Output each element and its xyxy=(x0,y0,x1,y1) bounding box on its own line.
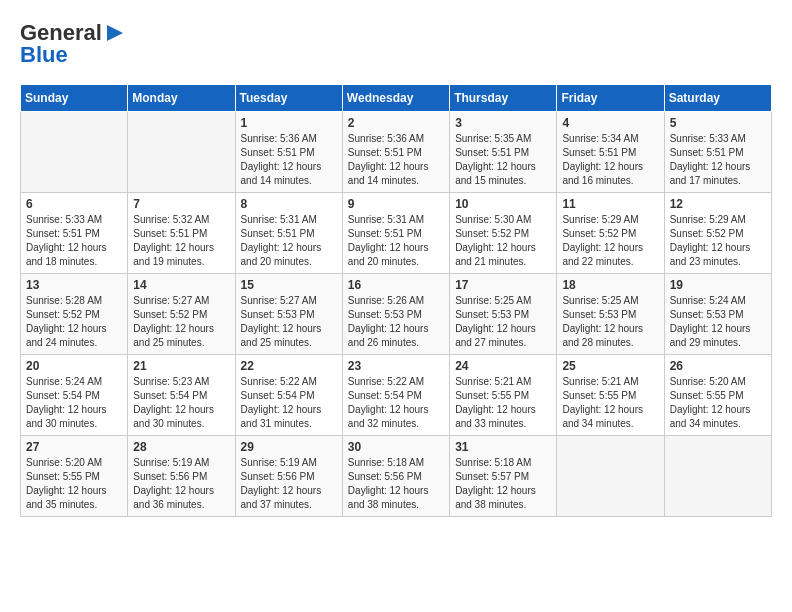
calendar-cell: 25Sunrise: 5:21 AM Sunset: 5:55 PM Dayli… xyxy=(557,355,664,436)
day-info: Sunrise: 5:30 AM Sunset: 5:52 PM Dayligh… xyxy=(455,213,551,269)
calendar-cell: 31Sunrise: 5:18 AM Sunset: 5:57 PM Dayli… xyxy=(450,436,557,517)
calendar-cell: 6Sunrise: 5:33 AM Sunset: 5:51 PM Daylig… xyxy=(21,193,128,274)
day-info: Sunrise: 5:34 AM Sunset: 5:51 PM Dayligh… xyxy=(562,132,658,188)
weekday-header: Friday xyxy=(557,85,664,112)
calendar-cell xyxy=(21,112,128,193)
day-info: Sunrise: 5:31 AM Sunset: 5:51 PM Dayligh… xyxy=(348,213,444,269)
day-info: Sunrise: 5:25 AM Sunset: 5:53 PM Dayligh… xyxy=(562,294,658,350)
day-number: 30 xyxy=(348,440,444,454)
svg-marker-0 xyxy=(107,25,123,41)
day-info: Sunrise: 5:22 AM Sunset: 5:54 PM Dayligh… xyxy=(241,375,337,431)
calendar-cell xyxy=(664,436,771,517)
calendar-cell: 3Sunrise: 5:35 AM Sunset: 5:51 PM Daylig… xyxy=(450,112,557,193)
calendar-cell: 12Sunrise: 5:29 AM Sunset: 5:52 PM Dayli… xyxy=(664,193,771,274)
day-info: Sunrise: 5:24 AM Sunset: 5:54 PM Dayligh… xyxy=(26,375,122,431)
calendar-header: SundayMondayTuesdayWednesdayThursdayFrid… xyxy=(21,85,772,112)
calendar-cell: 17Sunrise: 5:25 AM Sunset: 5:53 PM Dayli… xyxy=(450,274,557,355)
day-number: 2 xyxy=(348,116,444,130)
day-number: 12 xyxy=(670,197,766,211)
day-info: Sunrise: 5:25 AM Sunset: 5:53 PM Dayligh… xyxy=(455,294,551,350)
day-number: 15 xyxy=(241,278,337,292)
calendar-cell: 13Sunrise: 5:28 AM Sunset: 5:52 PM Dayli… xyxy=(21,274,128,355)
logo: General Blue xyxy=(20,20,126,68)
day-number: 28 xyxy=(133,440,229,454)
day-number: 21 xyxy=(133,359,229,373)
calendar-cell: 4Sunrise: 5:34 AM Sunset: 5:51 PM Daylig… xyxy=(557,112,664,193)
day-number: 16 xyxy=(348,278,444,292)
day-info: Sunrise: 5:21 AM Sunset: 5:55 PM Dayligh… xyxy=(455,375,551,431)
weekday-header: Thursday xyxy=(450,85,557,112)
weekday-header: Saturday xyxy=(664,85,771,112)
day-number: 24 xyxy=(455,359,551,373)
calendar-cell: 24Sunrise: 5:21 AM Sunset: 5:55 PM Dayli… xyxy=(450,355,557,436)
calendar-table: SundayMondayTuesdayWednesdayThursdayFrid… xyxy=(20,84,772,517)
day-number: 27 xyxy=(26,440,122,454)
day-number: 6 xyxy=(26,197,122,211)
day-info: Sunrise: 5:31 AM Sunset: 5:51 PM Dayligh… xyxy=(241,213,337,269)
day-number: 4 xyxy=(562,116,658,130)
day-number: 9 xyxy=(348,197,444,211)
calendar-cell xyxy=(557,436,664,517)
day-info: Sunrise: 5:22 AM Sunset: 5:54 PM Dayligh… xyxy=(348,375,444,431)
calendar-cell: 9Sunrise: 5:31 AM Sunset: 5:51 PM Daylig… xyxy=(342,193,449,274)
calendar-cell: 1Sunrise: 5:36 AM Sunset: 5:51 PM Daylig… xyxy=(235,112,342,193)
day-number: 29 xyxy=(241,440,337,454)
logo-flag-icon xyxy=(103,24,125,42)
day-number: 8 xyxy=(241,197,337,211)
calendar-cell: 18Sunrise: 5:25 AM Sunset: 5:53 PM Dayli… xyxy=(557,274,664,355)
calendar-week-row: 13Sunrise: 5:28 AM Sunset: 5:52 PM Dayli… xyxy=(21,274,772,355)
calendar-cell: 2Sunrise: 5:36 AM Sunset: 5:51 PM Daylig… xyxy=(342,112,449,193)
day-number: 14 xyxy=(133,278,229,292)
day-number: 10 xyxy=(455,197,551,211)
day-info: Sunrise: 5:20 AM Sunset: 5:55 PM Dayligh… xyxy=(26,456,122,512)
day-number: 23 xyxy=(348,359,444,373)
day-number: 13 xyxy=(26,278,122,292)
day-info: Sunrise: 5:19 AM Sunset: 5:56 PM Dayligh… xyxy=(241,456,337,512)
day-info: Sunrise: 5:23 AM Sunset: 5:54 PM Dayligh… xyxy=(133,375,229,431)
day-info: Sunrise: 5:29 AM Sunset: 5:52 PM Dayligh… xyxy=(562,213,658,269)
day-info: Sunrise: 5:36 AM Sunset: 5:51 PM Dayligh… xyxy=(241,132,337,188)
calendar-cell: 28Sunrise: 5:19 AM Sunset: 5:56 PM Dayli… xyxy=(128,436,235,517)
page-header: General Blue xyxy=(20,20,772,68)
calendar-cell: 26Sunrise: 5:20 AM Sunset: 5:55 PM Dayli… xyxy=(664,355,771,436)
day-number: 20 xyxy=(26,359,122,373)
day-number: 11 xyxy=(562,197,658,211)
day-info: Sunrise: 5:26 AM Sunset: 5:53 PM Dayligh… xyxy=(348,294,444,350)
calendar-cell: 22Sunrise: 5:22 AM Sunset: 5:54 PM Dayli… xyxy=(235,355,342,436)
calendar-cell: 5Sunrise: 5:33 AM Sunset: 5:51 PM Daylig… xyxy=(664,112,771,193)
day-number: 25 xyxy=(562,359,658,373)
day-info: Sunrise: 5:28 AM Sunset: 5:52 PM Dayligh… xyxy=(26,294,122,350)
day-number: 17 xyxy=(455,278,551,292)
weekday-header: Sunday xyxy=(21,85,128,112)
day-info: Sunrise: 5:24 AM Sunset: 5:53 PM Dayligh… xyxy=(670,294,766,350)
calendar-cell: 30Sunrise: 5:18 AM Sunset: 5:56 PM Dayli… xyxy=(342,436,449,517)
weekday-header: Wednesday xyxy=(342,85,449,112)
day-info: Sunrise: 5:35 AM Sunset: 5:51 PM Dayligh… xyxy=(455,132,551,188)
calendar-cell: 16Sunrise: 5:26 AM Sunset: 5:53 PM Dayli… xyxy=(342,274,449,355)
day-info: Sunrise: 5:18 AM Sunset: 5:57 PM Dayligh… xyxy=(455,456,551,512)
day-number: 26 xyxy=(670,359,766,373)
day-number: 18 xyxy=(562,278,658,292)
day-info: Sunrise: 5:27 AM Sunset: 5:53 PM Dayligh… xyxy=(241,294,337,350)
day-info: Sunrise: 5:33 AM Sunset: 5:51 PM Dayligh… xyxy=(26,213,122,269)
day-info: Sunrise: 5:19 AM Sunset: 5:56 PM Dayligh… xyxy=(133,456,229,512)
day-number: 7 xyxy=(133,197,229,211)
calendar-cell: 20Sunrise: 5:24 AM Sunset: 5:54 PM Dayli… xyxy=(21,355,128,436)
day-info: Sunrise: 5:29 AM Sunset: 5:52 PM Dayligh… xyxy=(670,213,766,269)
day-info: Sunrise: 5:18 AM Sunset: 5:56 PM Dayligh… xyxy=(348,456,444,512)
calendar-cell: 21Sunrise: 5:23 AM Sunset: 5:54 PM Dayli… xyxy=(128,355,235,436)
day-number: 22 xyxy=(241,359,337,373)
calendar-week-row: 27Sunrise: 5:20 AM Sunset: 5:55 PM Dayli… xyxy=(21,436,772,517)
calendar-cell: 15Sunrise: 5:27 AM Sunset: 5:53 PM Dayli… xyxy=(235,274,342,355)
calendar-cell: 10Sunrise: 5:30 AM Sunset: 5:52 PM Dayli… xyxy=(450,193,557,274)
calendar-cell xyxy=(128,112,235,193)
day-number: 31 xyxy=(455,440,551,454)
calendar-week-row: 6Sunrise: 5:33 AM Sunset: 5:51 PM Daylig… xyxy=(21,193,772,274)
calendar-body: 1Sunrise: 5:36 AM Sunset: 5:51 PM Daylig… xyxy=(21,112,772,517)
day-info: Sunrise: 5:32 AM Sunset: 5:51 PM Dayligh… xyxy=(133,213,229,269)
day-number: 19 xyxy=(670,278,766,292)
calendar-week-row: 20Sunrise: 5:24 AM Sunset: 5:54 PM Dayli… xyxy=(21,355,772,436)
calendar-cell: 8Sunrise: 5:31 AM Sunset: 5:51 PM Daylig… xyxy=(235,193,342,274)
calendar-cell: 14Sunrise: 5:27 AM Sunset: 5:52 PM Dayli… xyxy=(128,274,235,355)
day-info: Sunrise: 5:27 AM Sunset: 5:52 PM Dayligh… xyxy=(133,294,229,350)
